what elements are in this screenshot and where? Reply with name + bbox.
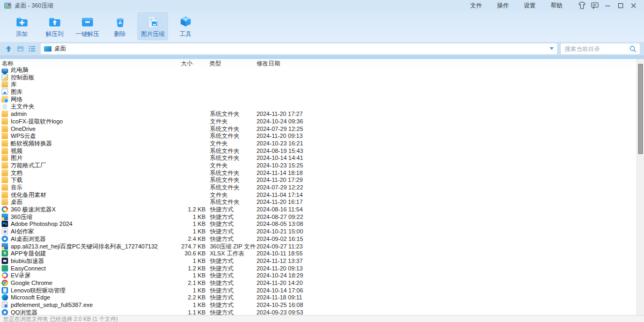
file-row[interactable]: 万能格式工厂文件夹2024-10-23 15:25	[0, 162, 644, 170]
file-row[interactable]: 桌面系统文件夹2024-11-20 16:17	[0, 199, 644, 206]
file-row[interactable]: pdfelement_setup_full5387.exe1 KB快捷方式202…	[0, 302, 644, 309]
delete-trash-icon	[113, 15, 127, 29]
minimize-button[interactable]	[601, 1, 614, 10]
file-name: OneDrive	[2, 126, 35, 133]
scrollbar-thumb[interactable]	[638, 64, 643, 154]
file-row[interactable]: 主文件夹	[0, 103, 644, 111]
menu-actions[interactable]: 操作	[489, 2, 516, 10]
menu-settings[interactable]: 设置	[516, 2, 543, 10]
file-row[interactable]: IcoFX-提取软件logo文件夹2024-10-24 09:36	[0, 118, 644, 126]
file-row[interactable]: 图片系统文件夹2024-10-14 14:41	[0, 155, 644, 162]
vertical-scrollbar[interactable]	[636, 59, 644, 315]
file-name: 网络	[2, 96, 23, 104]
toolbar-button-image-compress[interactable]: 图片压缩	[137, 12, 168, 40]
file-date: 2024-08-16 11:54	[257, 206, 303, 214]
file-row[interactable]: 360压缩1 KB快捷方式2024-08-27 09:22	[0, 214, 644, 221]
close-button[interactable]	[627, 1, 640, 10]
folder-icon	[2, 199, 8, 205]
file-row[interactable]: biubiu加速器1 KB快捷方式2024-11-12 13:37	[0, 258, 644, 265]
file-row[interactable]: 网络	[0, 96, 644, 104]
folder-icon	[2, 155, 8, 161]
file-type: 快捷方式	[210, 206, 233, 214]
list-view-button[interactable]	[27, 44, 38, 54]
up-arrow-button[interactable]	[3, 44, 14, 54]
file-date: 2024-08-05 13:08	[257, 221, 303, 228]
file-size: 2.1 KB	[158, 280, 206, 287]
file-row[interactable]: 控制面板	[0, 74, 644, 82]
file-row[interactable]: Adobe Photoshop 20241 KB快捷方式2024-08-05 1…	[0, 221, 644, 228]
file-row[interactable]: admin系统文件夹2024-11-20 17:27	[0, 111, 644, 118]
search-icon[interactable]	[629, 45, 637, 53]
qq-icon	[2, 309, 8, 315]
toolbar-button-delete[interactable]: 删除	[105, 12, 135, 40]
file-row[interactable]: 此电脑	[0, 67, 644, 74]
gallery-icon	[2, 89, 8, 95]
file-row[interactable]: WPS云盘系统文件夹2024-11-20 09:13	[0, 133, 644, 140]
pdfexe-icon	[2, 302, 8, 308]
file-type: 快捷方式	[210, 287, 233, 295]
file-date: 2024-08-19 15:43	[257, 148, 303, 155]
file-row[interactable]: APP专题创建30.6 KBXLSX 工作表2024-10-11 18:55	[0, 250, 644, 258]
file-row[interactable]: 视频系统文件夹2024-08-19 15:43	[0, 148, 644, 155]
file-name: 图库	[2, 89, 23, 96]
icon-view-button[interactable]	[15, 44, 26, 54]
folder-icon	[2, 111, 8, 117]
file-name: IcoFX-提取软件logo	[2, 118, 63, 126]
toolbar-label-delete: 删除	[114, 30, 126, 38]
search-input[interactable]	[561, 43, 640, 54]
file-date: 2024-10-25 16:08	[257, 302, 303, 309]
file-row[interactable]: 酷软视频转换器文件夹2024-10-23 16:21	[0, 140, 644, 148]
menu-file[interactable]: 文件	[463, 2, 489, 10]
file-row[interactable]: 文档系统文件夹2024-11-14 18:18	[0, 170, 644, 177]
file-row[interactable]: Google Chrome2.1 KB快捷方式2024-11-20 14:20	[0, 280, 644, 287]
file-row[interactable]: OneDrive系统文件夹2024-07-29 12:25	[0, 126, 644, 133]
file-date: 2024-11-20 17:27	[257, 111, 303, 118]
file-name: AI桌面浏览器	[2, 236, 46, 243]
file-row[interactable]: 音乐系统文件夹2024-07-29 12:22	[0, 184, 644, 192]
file-name: WPS云盘	[2, 133, 36, 140]
file-date: 2024-07-29 12:25	[257, 126, 303, 133]
file-row[interactable]: app.ali213.net_heji百度PC关键词排名列表_172740713…	[0, 243, 644, 251]
file-date: 2024-10-21 15:00	[257, 228, 303, 236]
theme-skin-icon[interactable]	[575, 1, 588, 10]
b360zip-icon	[2, 214, 8, 220]
file-row[interactable]: 图库	[0, 89, 644, 96]
address-input[interactable]: 桌面	[41, 43, 557, 54]
menu-help[interactable]: 帮助	[543, 2, 570, 10]
tools-cube-icon	[179, 15, 193, 29]
file-row[interactable]: EV录屏1 KB快捷方式2024-10-24 18:29	[0, 272, 644, 280]
chrome-icon	[2, 280, 8, 286]
file-row[interactable]: Lenovo联想驱动管理1 KB快捷方式2024-10-14 17:06	[0, 287, 644, 295]
file-row[interactable]: EasyConnect1.2 KB快捷方式2024-11-20 09:13	[0, 265, 644, 273]
xlsx-icon	[2, 250, 8, 257]
file-row[interactable]: QQ浏览器1.1 KB快捷方式2024-09-23 09:53	[0, 309, 644, 315]
file-name: 库	[2, 81, 17, 89]
file-row[interactable]: Microsoft Edge2.2 KB快捷方式2024-11-18 09:11	[0, 294, 644, 302]
file-name: 360压缩	[2, 214, 32, 221]
toolbar-button-add[interactable]: 添加	[6, 12, 37, 40]
toolbar-button-extract-to[interactable]: 解压到	[39, 12, 70, 40]
file-row[interactable]: 360 极速浏览器X1.2 KB快捷方式2024-08-16 11:54	[0, 206, 644, 214]
ps-icon	[2, 221, 8, 227]
app-window: 桌面 - 360压缩 文件 操作 设置 帮助	[0, 0, 644, 322]
file-type: 系统文件夹	[210, 126, 239, 133]
file-row[interactable]: 优化备用素材文件夹2024-11-04 17:14	[0, 192, 644, 199]
maximize-button[interactable]	[614, 1, 627, 10]
address-dropdown-icon[interactable]	[550, 47, 554, 50]
file-row[interactable]: 库	[0, 81, 644, 89]
feedback-icon[interactable]	[588, 1, 601, 10]
file-row[interactable]: 下载系统文件夹2024-11-20 17:29	[0, 177, 644, 184]
file-size: 1.1 KB	[158, 309, 206, 315]
file-row[interactable]: AI桌面浏览器2.4 KB快捷方式2024-09-02 16:15	[0, 236, 644, 243]
statusbar: 您正在浏览文件夹 已经选择 2.0 KB (1 个文件)	[0, 315, 644, 322]
file-name: admin	[2, 111, 27, 118]
address-path: 桌面	[54, 45, 66, 53]
file-name: Adobe Photoshop 2024	[2, 221, 72, 228]
address-panel-divider	[0, 55, 644, 59]
toolbar-button-tools[interactable]: 工具	[170, 12, 201, 40]
folder-icon	[2, 126, 8, 132]
window-title: 桌面 - 360压缩	[14, 2, 53, 10]
file-date: 2024-11-20 17:29	[257, 177, 303, 184]
file-row[interactable]: AI创作家1 KB快捷方式2024-10-21 15:00	[0, 228, 644, 236]
toolbar-button-one-click-extract[interactable]: 一键解压	[72, 12, 103, 40]
